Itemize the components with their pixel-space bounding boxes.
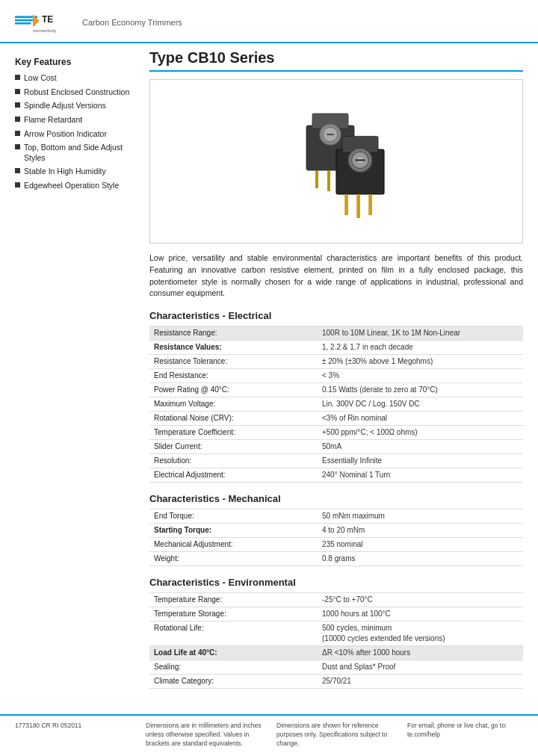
feature-item-4: Flame Retardant	[15, 115, 131, 126]
bullet-8	[15, 182, 20, 188]
row-value: Lin. 300V DC / Log. 150V DC	[318, 397, 523, 412]
mechanical-table: End Torque:50 mNm maximumStarting Torque…	[149, 509, 523, 566]
feature-label-3: Spindle Adjust Versions	[24, 101, 106, 111]
table-row: Resistance Values:1, 2.2 & 1.7 in each d…	[149, 341, 523, 355]
feature-item-8: Edgewheel Operation Style	[15, 181, 131, 191]
row-label: Electrical Adjustment:	[149, 468, 318, 483]
svg-text:TE: TE	[42, 14, 53, 25]
sidebar: Key Features Low Cost Robust Enclosed Co…	[15, 43, 138, 714]
row-value: 50mA	[318, 440, 523, 454]
svg-rect-21	[356, 194, 360, 218]
main-content: Key Features Low Cost Robust Enclosed Co…	[0, 43, 538, 714]
environmental-heading: Characteristics - Environmental	[149, 577, 523, 588]
row-label: Climate Category:	[149, 675, 318, 689]
row-label: Weight:	[149, 552, 318, 566]
svg-rect-20	[344, 194, 348, 215]
row-label: Temperature Coefficient:	[149, 426, 318, 440]
header: TE connectivity Carbon Economy Trimmers	[0, 0, 538, 43]
feature-label-1: Low Cost	[24, 73, 57, 84]
row-value: Essentially Infinite	[318, 454, 523, 468]
table-row: Climate Category:25/70/21	[149, 675, 523, 689]
row-value: 235 nominal	[318, 538, 523, 552]
row-value: <3% of Rin nominal	[318, 412, 523, 426]
table-row: Starting Torque:4 to 20 mNm	[149, 524, 523, 538]
row-label: Power Rating @ 40°C:	[149, 383, 318, 397]
logo-area: TE connectivity	[15, 7, 60, 37]
row-label: Temperature Storage:	[149, 607, 318, 622]
table-row: Rotational Life:500 cycles, minimum (100…	[149, 622, 523, 646]
table-row: Slider Current:50mA	[149, 440, 523, 454]
svg-text:connectivity: connectivity	[33, 28, 56, 33]
table-row: Load Life at 40°C:ΔR <10% after 1000 hou…	[149, 646, 523, 660]
row-value: 4 to 20 mNm	[318, 524, 523, 538]
table-row: Resistance Range:100R to 10M Linear, 1K …	[149, 326, 523, 341]
feature-label-7: Stable In High Humidity	[24, 167, 106, 177]
feature-label-2: Robust Enclosed Construction	[24, 87, 129, 98]
row-value: 100R to 10M Linear, 1K to 1M Non-Linear	[318, 326, 523, 341]
row-label: Load Life at 40°C:	[149, 646, 318, 660]
environmental-table: Temperature Range:-25°C to +70°CTemperat…	[149, 592, 523, 689]
trimmer-svg	[276, 94, 396, 229]
feature-label-4: Flame Retardant	[24, 115, 82, 126]
page-title-section: Type CB10 Series	[149, 49, 523, 72]
row-label: Mechanical Adjustment:	[149, 538, 318, 552]
table-row: End Torque:50 mNm maximum	[149, 509, 523, 524]
row-value: 0.8 grams	[318, 552, 523, 566]
te-logo: TE connectivity	[15, 7, 60, 37]
feature-item-1: Low Cost	[15, 73, 131, 84]
electrical-table: Resistance Range:100R to 10M Linear, 1K …	[149, 326, 523, 483]
bullet-5	[15, 131, 20, 136]
table-row: Rotational Noise (CRV):<3% of Rin nomina…	[149, 412, 523, 426]
row-label: End Torque:	[149, 509, 318, 524]
sidebar-title: Key Features	[15, 57, 131, 67]
row-value: 1000 hours at 100°C	[318, 607, 523, 622]
row-value: Dust and Splas* Proof	[318, 660, 523, 675]
content-area: Type CB10 Series	[138, 43, 523, 714]
electrical-heading: Characteristics - Electrical	[149, 310, 523, 321]
table-row: Sealing:Dust and Splas* Proof	[149, 660, 523, 675]
row-value: < 3%	[318, 369, 523, 383]
row-value: ΔR <10% after 1000 hours	[318, 646, 523, 660]
footer-col3: Dimensions are shown for reference purpo…	[276, 722, 392, 749]
table-row: Electrical Adjustment:240° Nominal 1 Tur…	[149, 468, 523, 483]
row-label: Sealing:	[149, 660, 318, 675]
table-row: Weight:0.8 grams	[149, 552, 523, 566]
feature-item-3: Spindle Adjust Versions	[15, 101, 131, 111]
feature-label-5: Arrow Position Indicator	[24, 129, 107, 140]
bullet-7	[15, 168, 20, 173]
row-value: 25/70/21	[318, 675, 523, 689]
footer: 1773180 CR RI 052011 Dimensions are in m…	[0, 714, 538, 755]
row-value: 0.15 Watts (derate to zero at 70°C)	[318, 383, 523, 397]
svg-rect-22	[368, 194, 372, 215]
row-value: +500 ppm/°C; < 100Ω ohms)	[318, 426, 523, 440]
row-value: -25°C to +70°C	[318, 593, 523, 607]
row-label: End Resistance:	[149, 369, 318, 383]
row-label: Maximum Voltage:	[149, 397, 318, 412]
table-row: Temperature Storage:1000 hours at 100°C	[149, 607, 523, 622]
bullet-4	[15, 117, 20, 122]
bullet-2	[15, 89, 20, 94]
table-row: Resistance Tolerance:± 20% (±30% above 1…	[149, 355, 523, 369]
bullet-6	[15, 144, 20, 149]
mechanical-heading: Characteristics - Mechanical	[149, 493, 523, 504]
row-value: 50 mNm maximum	[318, 509, 523, 524]
table-row: Resolution:Essentially Infinite	[149, 454, 523, 468]
row-value: 240° Nominal 1 Turn	[318, 468, 523, 483]
row-value: ± 20% (±30% above 1 Megohms)	[318, 355, 523, 369]
footer-col4: For email, phone or live chat, go to: te…	[407, 722, 523, 749]
row-label: Resistance Range:	[149, 326, 318, 341]
header-subtitle: Carbon Economy Trimmers	[82, 18, 182, 27]
row-label: Rotational Life:	[149, 622, 318, 646]
bullet-3	[15, 102, 20, 108]
feature-item-7: Stable In High Humidity	[15, 167, 131, 177]
row-label: Starting Torque:	[149, 524, 318, 538]
page-title: Type CB10 Series	[149, 49, 523, 66]
svg-rect-12	[327, 170, 330, 191]
feature-item-6: Top, Bottom and Side Adjust Styles	[15, 143, 131, 163]
feature-label-8: Edgewheel Operation Style	[24, 181, 119, 191]
row-value: 1, 2.2 & 1.7 in each decade	[318, 341, 523, 355]
table-row: Maximum Voltage:Lin. 300V DC / Log. 150V…	[149, 397, 523, 412]
footer-col1: 1773180 CR RI 052011	[15, 722, 131, 749]
table-row: Temperature Range:-25°C to +70°C	[149, 593, 523, 607]
bullet-1	[15, 75, 20, 80]
